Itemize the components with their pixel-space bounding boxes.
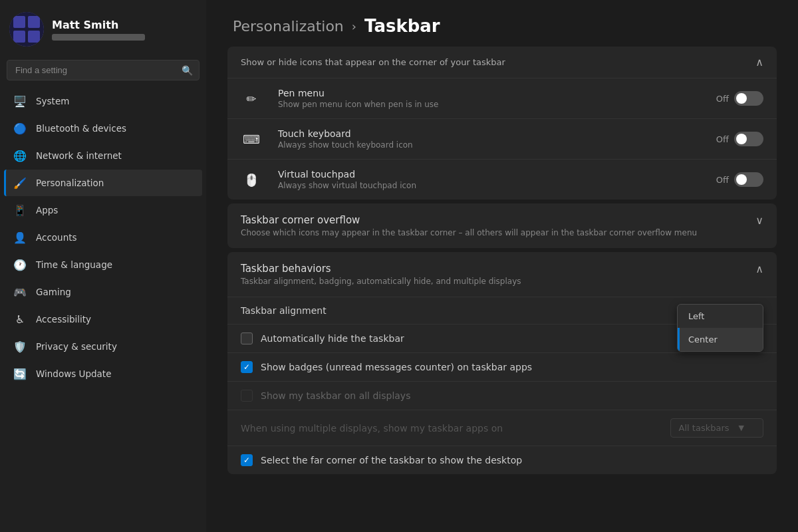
all-displays-checkbox: [241, 390, 253, 402]
svg-rect-3: [13, 31, 25, 43]
search-input[interactable]: [7, 60, 200, 80]
virtual-touchpad-desc: Always show virtual touchpad icon: [278, 181, 706, 190]
alignment-left-label: Left: [688, 311, 704, 321]
sidebar-item-system[interactable]: 🖥️ System: [4, 88, 202, 114]
all-taskbars-select: All taskbars ▼: [670, 418, 763, 438]
sidebar-item-privacy[interactable]: 🛡️ Privacy & security: [4, 333, 202, 360]
nav-label-network: Network & internet: [36, 150, 122, 161]
avatar: [9, 12, 44, 47]
corner-overflow-title: Taskbar corner overflow: [241, 214, 697, 226]
touch-keyboard-row: ⌨️ Touch keyboard Always show touch keyb…: [227, 118, 777, 159]
corner-icons-header-text: Show or hide icons that appear on the co…: [241, 57, 505, 67]
pen-menu-toggle[interactable]: [734, 91, 763, 106]
sidebar-item-personalization[interactable]: 🖌️ Personalization: [4, 170, 202, 196]
search-box[interactable]: 🔍: [7, 60, 200, 80]
search-icon: 🔍: [182, 65, 193, 76]
breadcrumb-separator: ›: [352, 19, 356, 33]
touch-keyboard-toggle-label: Off: [716, 134, 729, 144]
corner-overflow-chevron: ∨: [755, 214, 763, 227]
nav-icon-network: 🌐: [13, 149, 27, 162]
select-desktop-checkbox[interactable]: [241, 454, 253, 466]
touch-keyboard-icon: ⌨️: [242, 130, 261, 148]
breadcrumb-parent: Personalization: [233, 18, 344, 35]
nav-label-accessibility: Accessibility: [36, 314, 91, 325]
virtual-touchpad-icon: 🖱️: [242, 170, 261, 189]
auto-hide-checkbox[interactable]: [241, 332, 253, 344]
nav-icon-bluetooth: 🔵: [13, 122, 27, 135]
nav-label-time: Time & language: [36, 259, 112, 270]
nav-icon-accessibility: ♿: [13, 313, 27, 326]
select-desktop-row: Select the far corner of the taskbar to …: [227, 446, 777, 474]
content-area: Show or hide icons that appear on the co…: [206, 47, 798, 505]
multiple-displays-label: When using multiple displays, show my ta…: [241, 423, 503, 434]
nav-label-system: System: [36, 96, 69, 106]
behaviors-desc: Taskbar alignment, badging, automaticall…: [241, 277, 521, 286]
corner-icons-section: Show or hide icons that appear on the co…: [227, 47, 777, 200]
corner-icons-chevron: ∧: [755, 56, 763, 68]
auto-hide-label: Automatically hide the taskbar: [261, 333, 404, 344]
taskbar-behaviors-section: Taskbar behaviors Taskbar alignment, bad…: [227, 252, 777, 474]
nav-label-gaming: Gaming: [36, 287, 71, 297]
pen-menu-title: Pen menu: [278, 88, 706, 98]
all-displays-row: Show my taskbar on all displays: [227, 381, 777, 410]
nav-label-bluetooth: Bluetooth & devices: [36, 123, 126, 134]
corner-overflow-section: Taskbar corner overflow Choose which ico…: [227, 203, 777, 248]
multiple-displays-row: When using multiple displays, show my ta…: [227, 410, 777, 446]
nav-label-personalization: Personalization: [36, 178, 104, 188]
sidebar-item-accounts[interactable]: 👤 Accounts: [4, 224, 202, 251]
user-subtitle-bar: [52, 34, 145, 41]
corner-overflow-header[interactable]: Taskbar corner overflow Choose which ico…: [227, 203, 777, 248]
nav-list: 🖥️ System 🔵 Bluetooth & devices 🌐 Networ…: [0, 87, 206, 388]
sidebar-item-bluetooth[interactable]: 🔵 Bluetooth & devices: [4, 115, 202, 142]
main-content: Personalization › Taskbar Show or hide i…: [206, 0, 798, 532]
touch-keyboard-desc: Always show touch keyboard icon: [278, 140, 706, 150]
sidebar-item-windows-update[interactable]: 🔄 Windows Update: [4, 360, 202, 387]
sidebar-item-gaming[interactable]: 🎮 Gaming: [4, 279, 202, 305]
user-profile[interactable]: Matt Smith: [0, 0, 206, 55]
taskbar-behaviors-header[interactable]: Taskbar behaviors Taskbar alignment, bad…: [227, 252, 777, 297]
corner-overflow-desc: Choose which icons may appear in the tas…: [241, 228, 697, 237]
nav-icon-windows-update: 🔄: [13, 367, 27, 380]
nav-label-privacy: Privacy & security: [36, 341, 117, 352]
virtual-touchpad-toggle-label: Off: [716, 175, 729, 185]
all-taskbars-value: All taskbars: [679, 423, 730, 433]
nav-icon-personalization: 🖌️: [13, 176, 27, 190]
nav-icon-gaming: 🎮: [13, 285, 27, 299]
taskbar-alignment-row: Taskbar alignment Left Center: [227, 297, 777, 324]
sidebar-item-accessibility[interactable]: ♿ Accessibility: [4, 306, 202, 332]
virtual-touchpad-toggle[interactable]: [734, 172, 763, 187]
pen-menu-icon: ✏️: [242, 89, 261, 108]
breadcrumb-current: Taskbar: [364, 16, 440, 36]
svg-rect-2: [28, 16, 40, 28]
sidebar: Matt Smith 🔍 🖥️ System 🔵 Bluetooth & dev…: [0, 0, 206, 532]
select-desktop-label: Select the far corner of the taskbar to …: [261, 455, 522, 466]
badges-checkbox[interactable]: [241, 361, 253, 373]
nav-icon-apps: 📱: [13, 203, 27, 217]
user-name: Matt Smith: [52, 19, 145, 31]
pen-menu-toggle-label: Off: [716, 94, 729, 104]
pen-menu-desc: Show pen menu icon when pen is in use: [278, 100, 706, 109]
virtual-touchpad-row: 🖱️ Virtual touchpad Always show virtual …: [227, 159, 777, 200]
virtual-touchpad-title: Virtual touchpad: [278, 169, 706, 180]
sidebar-item-time[interactable]: 🕐 Time & language: [4, 251, 202, 278]
page-header: Personalization › Taskbar: [206, 0, 798, 47]
touch-keyboard-toggle[interactable]: [734, 132, 763, 146]
corner-icons-header[interactable]: Show or hide icons that appear on the co…: [227, 47, 777, 78]
badges-row: Show badges (unread messages counter) on…: [227, 352, 777, 381]
alignment-option-left[interactable]: Left: [678, 305, 763, 328]
sidebar-item-network[interactable]: 🌐 Network & internet: [4, 142, 202, 169]
nav-label-windows-update: Windows Update: [36, 368, 111, 379]
nav-icon-time: 🕐: [13, 258, 27, 271]
alignment-option-center[interactable]: Center: [678, 328, 763, 351]
nav-icon-privacy: 🛡️: [13, 340, 27, 353]
badges-label: Show badges (unread messages counter) on…: [261, 362, 532, 372]
svg-rect-1: [13, 16, 25, 28]
nav-label-accounts: Accounts: [36, 232, 77, 243]
touch-keyboard-title: Touch keyboard: [278, 128, 706, 139]
sidebar-item-apps[interactable]: 📱 Apps: [4, 197, 202, 223]
alignment-dropdown[interactable]: Left Center: [677, 304, 763, 352]
pen-menu-row: ✏️ Pen menu Show pen menu icon when pen …: [227, 78, 777, 118]
nav-label-apps: Apps: [36, 205, 58, 215]
svg-rect-4: [28, 31, 40, 43]
all-taskbars-chevron: ▼: [739, 424, 744, 432]
